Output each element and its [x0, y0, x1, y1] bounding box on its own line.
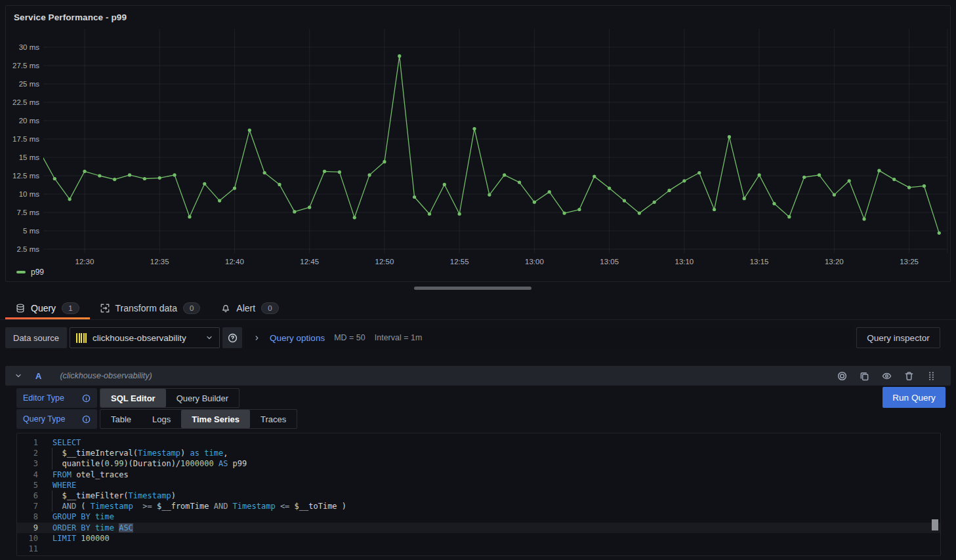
- svg-text:12:35: 12:35: [150, 258, 169, 266]
- segment-time-series[interactable]: Time Series: [181, 410, 250, 428]
- info-circle-icon[interactable]: [82, 415, 91, 424]
- drag-handle-icon[interactable]: [926, 371, 936, 381]
- interval-value: Interval = 1m: [375, 333, 423, 342]
- code-line: 8GROUP BY time: [17, 511, 940, 522]
- svg-text:12.5 ms: 12.5 ms: [12, 172, 39, 180]
- query-inspector-button[interactable]: Query inspector: [856, 327, 940, 348]
- datasource-help-button[interactable]: [222, 327, 242, 348]
- code-line: 6 $__timeFilter(Timestamp): [17, 490, 940, 501]
- bell-icon: [221, 304, 230, 313]
- collapse-chevron-icon[interactable]: [14, 372, 22, 380]
- legend-series-label: p99: [31, 268, 44, 277]
- datasource-value: clickhouse-observability: [93, 333, 186, 343]
- editor-type-label-text: Editor Type: [23, 393, 64, 403]
- panel-title[interactable]: Service Performance - p99: [14, 12, 127, 22]
- tab-query[interactable]: Query 1: [5, 296, 90, 319]
- max-data-points-value: MD = 50: [334, 333, 365, 342]
- tab-query-badge: 1: [62, 302, 79, 314]
- query-type-switch: Table Logs Time Series Traces: [100, 409, 297, 429]
- editor-type-switch: SQL Editor Query Builder: [100, 388, 239, 408]
- svg-text:5 ms: 5 ms: [23, 227, 39, 235]
- code-line: 2 $__timeInterval(Timestamp) as time,: [17, 448, 940, 458]
- editor-scrollbar-thumb[interactable]: [932, 519, 938, 530]
- legend-color-swatch: [16, 271, 26, 273]
- segment-logs[interactable]: Logs: [142, 410, 181, 428]
- timeseries-chart[interactable]: 30 ms27.5 ms25 ms22.5 ms20 ms17.5 ms15 m…: [6, 6, 950, 281]
- clickhouse-logo: [76, 333, 87, 343]
- svg-text:15 ms: 15 ms: [19, 153, 40, 161]
- segment-traces[interactable]: Traces: [250, 410, 297, 428]
- tab-label: Alert: [236, 303, 255, 313]
- grafana-panel-edit-page: Service Performance - p99 30 ms27.5 ms25…: [0, 0, 956, 560]
- svg-text:13:25: 13:25: [900, 258, 919, 266]
- code-line: 7 AND ( Timestamp >= $__fromTime AND Tim…: [17, 501, 940, 511]
- sql-code-lines: 1SELECT2 $__timeInterval(Timestamp) as t…: [17, 437, 940, 554]
- tab-alert-badge: 0: [261, 302, 278, 314]
- help-circle-icon: [228, 333, 238, 343]
- svg-text:17.5 ms: 17.5 ms: [12, 135, 39, 143]
- query-toolbar: Data source clickhouse-observability Que…: [5, 327, 940, 348]
- svg-text:22.5 ms: 22.5 ms: [12, 98, 39, 106]
- query-options-toggle[interactable]: Query options: [270, 333, 325, 343]
- database-icon: [16, 304, 25, 313]
- panel-edit-tabbar: Query 1 Transform data 0 Alert 0: [0, 296, 956, 320]
- transform-icon: [100, 304, 110, 313]
- svg-text:20 ms: 20 ms: [19, 117, 40, 125]
- query-editor-body: Run Query Editor Type SQL Editor Query B…: [5, 386, 951, 556]
- svg-text:13:10: 13:10: [675, 258, 694, 266]
- query-options-strip[interactable]: Query options MD = 50 Interval = 1m: [245, 327, 852, 348]
- svg-text:12:55: 12:55: [450, 258, 469, 266]
- svg-text:13:05: 13:05: [600, 258, 619, 266]
- chevron-right-icon: [253, 334, 260, 342]
- svg-text:27.5 ms: 27.5 ms: [12, 62, 39, 70]
- duplicate-query-icon[interactable]: [860, 371, 869, 381]
- svg-text:25 ms: 25 ms: [19, 80, 40, 88]
- query-row-actions: [837, 371, 936, 381]
- code-line: 1SELECT: [17, 437, 940, 448]
- query-type-row: Query Type Table Logs Time Series Traces: [16, 409, 951, 429]
- tab-transform-data[interactable]: Transform data 0: [90, 296, 211, 319]
- svg-text:30 ms: 30 ms: [19, 43, 40, 51]
- svg-text:12:40: 12:40: [225, 258, 244, 266]
- code-line: 10LIMIT 100000: [17, 533, 940, 544]
- svg-text:10 ms: 10 ms: [19, 190, 40, 198]
- svg-text:7.5 ms: 7.5 ms: [16, 209, 39, 216]
- query-editor-card: A (clickhouse-observability) Run Query: [5, 366, 951, 556]
- info-circle-icon[interactable]: [82, 394, 91, 403]
- datasource-picker[interactable]: clickhouse-observability: [70, 327, 220, 348]
- segment-query-builder[interactable]: Query Builder: [166, 389, 239, 407]
- svg-text:12:50: 12:50: [375, 258, 394, 266]
- remove-query-trash-icon[interactable]: [904, 371, 914, 381]
- timeseries-panel: Service Performance - p99 30 ms27.5 ms25…: [5, 5, 951, 282]
- tab-alert[interactable]: Alert 0: [211, 296, 289, 319]
- query-row-header[interactable]: A (clickhouse-observability): [5, 366, 951, 386]
- query-type-label-text: Query Type: [23, 414, 65, 424]
- segment-sql-editor[interactable]: SQL Editor: [100, 389, 166, 407]
- editor-type-label: Editor Type: [16, 388, 97, 408]
- svg-text:13:15: 13:15: [750, 258, 769, 266]
- code-line: 4FROM otel_traces: [17, 470, 940, 480]
- tab-label: Query: [31, 303, 56, 313]
- code-line: 5WHERE: [17, 480, 940, 490]
- datasource-label: Data source: [5, 327, 67, 348]
- svg-text:12:30: 12:30: [75, 258, 94, 266]
- query-datasource-note: (clickhouse-observability): [60, 371, 152, 380]
- code-line: 11: [17, 544, 940, 554]
- hide-response-eye-icon[interactable]: [882, 371, 892, 381]
- svg-text:12:45: 12:45: [300, 258, 319, 266]
- query-type-label: Query Type: [16, 409, 97, 429]
- code-line: 9ORDER BY time ASC: [17, 523, 940, 533]
- editor-type-row: Editor Type SQL Editor Query Builder: [16, 388, 951, 408]
- tab-label: Transform data: [115, 303, 177, 313]
- segment-table[interactable]: Table: [100, 410, 142, 428]
- horizontal-scrollbar-thumb[interactable]: [414, 287, 531, 290]
- query-ref-id: A: [35, 371, 41, 381]
- svg-text:2.5 ms: 2.5 ms: [16, 245, 39, 253]
- svg-text:13:20: 13:20: [825, 258, 844, 266]
- code-line: 3 quantile(0.99)(Duration)/1000000 AS p9…: [17, 458, 940, 469]
- legend-item-p99[interactable]: p99: [16, 268, 44, 277]
- sql-code-editor[interactable]: 1SELECT2 $__timeInterval(Timestamp) as t…: [16, 433, 941, 556]
- run-query-button[interactable]: Run Query: [883, 387, 946, 408]
- disable-query-icon[interactable]: [837, 371, 847, 381]
- chevron-down-icon: [205, 334, 213, 342]
